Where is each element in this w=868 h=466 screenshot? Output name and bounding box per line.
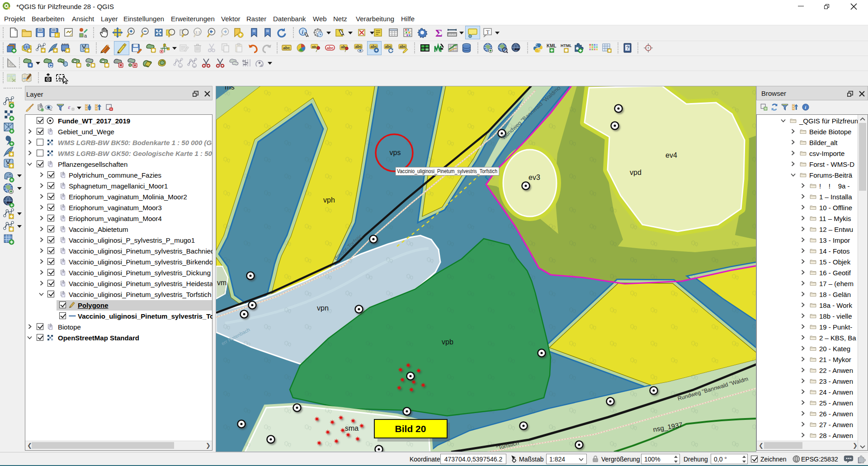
svg-text:Bild 20: Bild 20: [395, 424, 426, 434]
svg-text:vph: vph: [323, 196, 335, 204]
svg-text:ev4: ev4: [665, 151, 677, 159]
svg-text:ms: ms: [225, 86, 234, 91]
svg-text:vpn: vpn: [317, 304, 329, 312]
svg-text:vpb: vpb: [442, 338, 453, 346]
svg-text:ev3: ev3: [528, 174, 540, 181]
svg-text:vps: vps: [390, 149, 401, 156]
svg-text:vm: vm: [217, 279, 226, 287]
svg-text:sma: sma: [345, 424, 359, 432]
svg-text:vpd: vpd: [630, 169, 642, 176]
svg-text:Vaccinio_uliginosi_Pinetum_syl: Vaccinio_uliginosi_Pinetum_sylvestris_To…: [397, 168, 497, 174]
